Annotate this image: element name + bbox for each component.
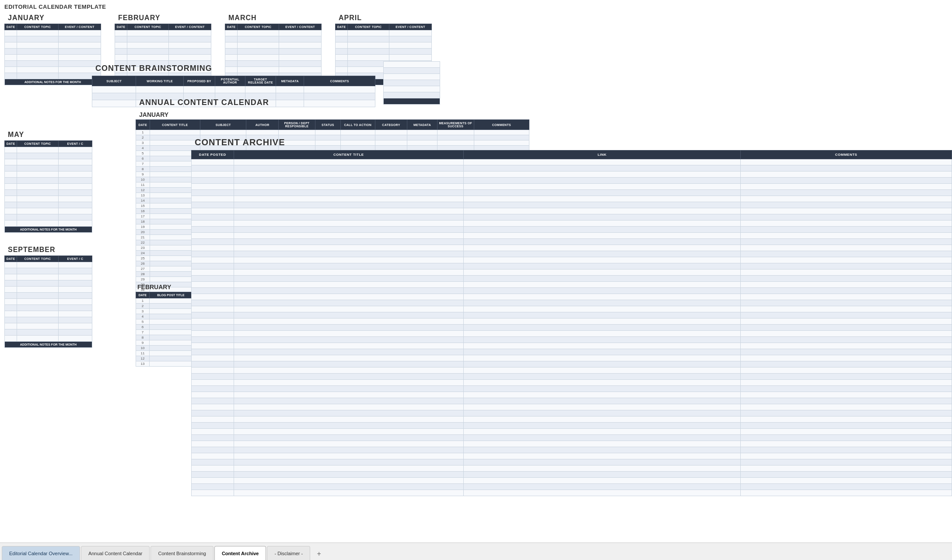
annual-february-section: FEBRUARY DATE BLOG POST TITLE 1234567891… [136,282,192,367]
tab-content-archive[interactable]: Content Archive [214,546,266,560]
brainstorming-title: CONTENT BRAINSTORMING [92,61,376,76]
add-tab-button[interactable]: + [313,548,325,560]
jan-col-event: EVENT / CONTENT [59,24,101,30]
archive-section: CONTENT ARCHIVE DATE POSTED CONTENT TITL… [191,135,952,496]
jan-col-date: DATE [5,24,17,30]
annual-title: ANNUAL CONTENT CALENDAR [136,95,529,110]
september-title: SEPTEMBER [4,244,92,256]
archive-title: CONTENT ARCHIVE [191,135,952,150]
page-title: EDITORIAL CALENDAR TEMPLATE [4,4,106,10]
january-title: JANUARY [4,12,101,24]
february-title: FEBRUARY [115,12,211,24]
archive-table: DATE POSTED CONTENT TITLE LINK COMMENTS [191,150,952,496]
tab-editorial-overview-label: Editorial Calendar Overview... [9,551,73,556]
annual-feb-title: FEBRUARY [136,282,192,292]
apr-right-section [383,61,440,105]
tab-annual-content-label: Annual Content Calendar [88,551,143,556]
tab-disclaimer[interactable]: - Disclaimer - [267,546,310,560]
may-section: MAY DATE CONTENT TOPIC EVENT / C [4,129,92,233]
tab-annual-content[interactable]: Annual Content Calendar [81,546,150,560]
annual-feb-table: DATE BLOG POST TITLE 12345678910111213 [136,292,192,367]
may-title: MAY [4,129,92,140]
september-section: SEPTEMBER DATE CONTENT TOPIC EVENT / C [4,244,92,348]
jan-col-topic: CONTENT TOPIC [17,24,59,30]
annual-january-title: JANUARY [136,110,529,119]
tab-content-brainstorming[interactable]: Content Brainstorming [150,546,213,560]
tab-content-archive-label: Content Archive [222,551,259,556]
january-table: DATE CONTENT TOPIC EVENT / CONTENT ADDIT… [4,24,101,85]
march-title: MARCH [225,12,322,24]
tab-bar: Editorial Calendar Overview... Annual Co… [0,542,952,560]
tab-content-brainstorming-label: Content Brainstorming [158,551,206,556]
september-table: DATE CONTENT TOPIC EVENT / C ADD [4,256,92,348]
january-section: JANUARY DATE CONTENT TOPIC EVENT / CONTE… [4,12,101,85]
april-title: APRIL [335,12,432,24]
tab-editorial-overview[interactable]: Editorial Calendar Overview... [2,546,80,560]
apr-right-table [383,61,440,105]
tab-disclaimer-label: - Disclaimer - [274,551,303,556]
may-table: DATE CONTENT TOPIC EVENT / C ADD [4,140,92,233]
